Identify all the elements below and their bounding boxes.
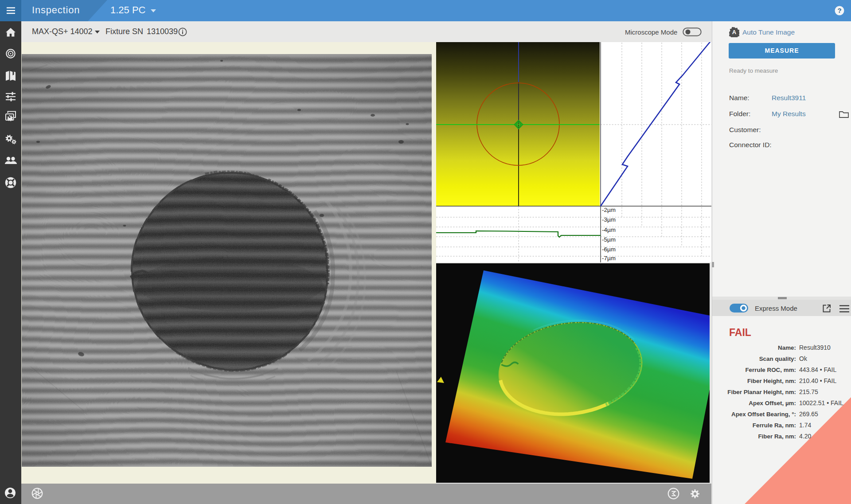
- svg-text:A: A: [732, 29, 737, 35]
- svg-text:-4µm: -4µm: [602, 227, 616, 233]
- svg-text:-5µm: -5µm: [602, 236, 616, 243]
- svg-text:-3µm: -3µm: [602, 216, 616, 223]
- svg-text:-7µm: -7µm: [602, 255, 616, 262]
- svg-text:-2µm: -2µm: [602, 207, 616, 213]
- svg-text:?: ?: [837, 7, 841, 14]
- svg-text:-6µm: -6µm: [602, 246, 616, 253]
